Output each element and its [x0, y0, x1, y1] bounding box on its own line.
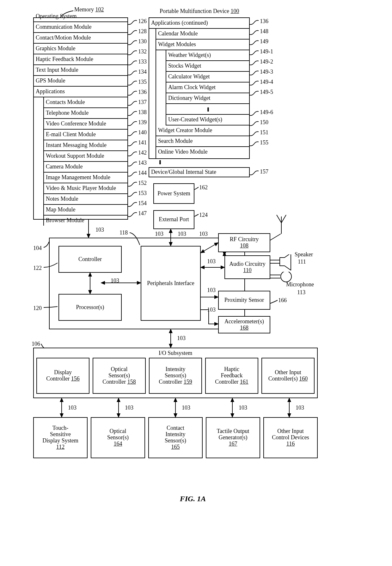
- ref: 132: [138, 48, 147, 55]
- ref: 149-6: [260, 109, 273, 116]
- ref: 154: [138, 200, 147, 207]
- bus-103-d: 103: [178, 231, 186, 237]
- ref: 157: [260, 168, 268, 175]
- bus-103-e: 103: [199, 231, 208, 237]
- ref: 142: [138, 149, 147, 156]
- ref: 139: [138, 119, 147, 126]
- ref: 149-5: [260, 89, 273, 95]
- bus-103-j: 103: [68, 405, 77, 411]
- ref: 149-2: [260, 58, 273, 65]
- diagram-root: Memory 102 Portable Multifunction Device…: [3, 6, 383, 559]
- bus-103-n: 103: [296, 405, 304, 411]
- ref: 135: [138, 79, 147, 85]
- ref: 136: [260, 18, 268, 25]
- ref: 140: [138, 129, 147, 136]
- bus-103-g: 103: [207, 287, 216, 294]
- ref: 153: [138, 190, 147, 197]
- ref: 148: [260, 28, 268, 35]
- ref: 134: [138, 69, 147, 75]
- ref: 149-4: [260, 79, 273, 85]
- ref: 155: [260, 139, 268, 146]
- ref: 149-1: [260, 48, 273, 55]
- ref: 149-3: [260, 69, 273, 75]
- ref: 138: [138, 109, 147, 116]
- bus-103-m: 103: [239, 405, 247, 411]
- svg-line-11: [201, 243, 218, 253]
- ref: 150: [260, 119, 268, 126]
- ref: 130: [138, 38, 147, 45]
- bus-103-c: 103: [155, 231, 163, 237]
- figure-caption: FIG. 1A: [3, 495, 383, 503]
- ref: 133: [138, 58, 147, 65]
- wiring: [3, 6, 383, 480]
- ref: 136: [138, 89, 147, 95]
- bus-103-b: 103: [111, 277, 119, 284]
- ref: 143: [138, 160, 147, 166]
- ref: 128: [138, 28, 147, 35]
- bus-103-a: 103: [95, 227, 104, 233]
- ref: 151: [260, 129, 268, 136]
- bus-103-i: 103: [177, 335, 186, 342]
- bus-103-f: 103: [207, 258, 216, 265]
- svg-line-14: [270, 234, 281, 240]
- ref: 141: [138, 139, 147, 146]
- ref: 149: [260, 38, 268, 45]
- ref: 126: [138, 18, 147, 25]
- ref: 152: [138, 180, 147, 186]
- bus-103-h: 103: [207, 307, 216, 313]
- bus-103-k: 103: [125, 405, 133, 411]
- ref: 137: [138, 99, 147, 106]
- ref: 144: [138, 170, 147, 176]
- bus-103-l: 103: [182, 405, 190, 411]
- ref: 147: [138, 210, 147, 217]
